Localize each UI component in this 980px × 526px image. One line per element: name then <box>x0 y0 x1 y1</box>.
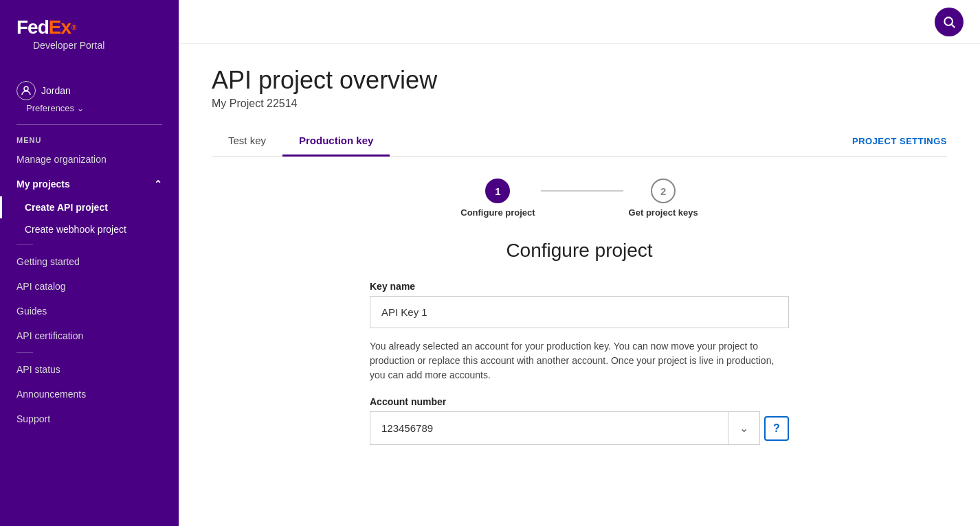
step-2: 2 Get project keys <box>629 179 698 218</box>
menu-label: MENU <box>0 130 179 147</box>
sidebar-item-manage-organization[interactable]: Manage organization <box>0 147 179 172</box>
account-row: ⌄ ? <box>370 411 789 445</box>
sidebar-item-create-webhook-project[interactable]: Create webhook project <box>0 218 179 240</box>
account-select-wrapper: ⌄ <box>370 411 760 445</box>
sidebar-item-api-catalog[interactable]: API catalog <box>0 274 179 299</box>
sidebar-item-create-api-project[interactable]: Create API project <box>0 196 179 218</box>
account-number-input[interactable] <box>370 413 728 444</box>
fedex-fed: Fed <box>16 16 49 38</box>
main-content-area: API project overview My Project 22514 Te… <box>179 0 980 526</box>
sidebar-item-announcements[interactable]: Announcements <box>0 382 179 407</box>
step-2-circle: 2 <box>651 179 676 203</box>
step-1: 1 Configure project <box>460 179 535 218</box>
sidebar-mini-divider-1 <box>16 244 33 245</box>
sidebar-top-divider <box>16 124 162 125</box>
user-name: Jordan <box>41 85 71 96</box>
step-2-label: Get project keys <box>629 207 698 218</box>
sidebar-item-my-projects[interactable]: My projects ⌃ <box>0 172 179 196</box>
tab-production-key[interactable]: Production key <box>282 126 390 157</box>
sidebar: FedEx® Developer Portal Jordan Preferenc… <box>0 0 179 526</box>
account-chevron-icon[interactable]: ⌄ <box>728 412 759 444</box>
sidebar-item-api-status[interactable]: API status <box>0 357 179 382</box>
key-name-group: Key name <box>370 281 789 328</box>
user-avatar-icon <box>16 81 36 100</box>
svg-point-0 <box>24 87 28 91</box>
my-projects-label: My projects <box>16 179 70 190</box>
project-settings-link[interactable]: PROJECT SETTINGS <box>852 128 947 155</box>
step-connector <box>541 190 623 192</box>
project-name: My Project 22514 <box>212 98 947 110</box>
fedex-dot: ® <box>71 24 76 32</box>
page-title: API project overview <box>212 66 947 95</box>
search-button[interactable] <box>935 8 964 36</box>
user-section: Jordan <box>0 76 179 100</box>
stepper: 1 Configure project 2 Get project keys <box>212 179 947 218</box>
preferences-label: Preferences <box>26 103 74 113</box>
logo: FedEx® Developer Portal <box>0 0 179 76</box>
tabs-row: Test key Production key PROJECT SETTINGS <box>212 126 947 157</box>
portal-subtitle: Developer Portal <box>16 38 162 65</box>
sidebar-item-api-certification[interactable]: API certification <box>0 323 179 348</box>
sidebar-item-guides[interactable]: Guides <box>0 299 179 323</box>
key-name-label: Key name <box>370 281 789 292</box>
info-text: You already selected an account for your… <box>370 339 789 382</box>
preferences-row[interactable]: Preferences ⌄ <box>0 100 179 119</box>
my-projects-chevron-icon: ⌃ <box>154 179 162 190</box>
svg-line-2 <box>952 24 955 27</box>
sidebar-mini-divider-2 <box>16 352 33 353</box>
sidebar-item-getting-started[interactable]: Getting started <box>0 249 179 274</box>
account-help-button[interactable]: ? <box>764 416 789 441</box>
sidebar-item-support[interactable]: Support <box>0 407 179 431</box>
svg-point-1 <box>944 17 953 25</box>
key-name-input[interactable] <box>370 296 789 328</box>
tab-test-key[interactable]: Test key <box>212 126 282 157</box>
account-number-group: Account number ⌄ ? <box>370 396 789 445</box>
search-icon <box>942 15 956 29</box>
main-scroll-area: API project overview My Project 22514 Te… <box>179 44 980 526</box>
step-1-circle: 1 <box>485 179 510 203</box>
account-number-label: Account number <box>370 396 789 407</box>
step-1-label: Configure project <box>460 207 535 218</box>
fedex-ex: Ex <box>49 16 71 38</box>
preferences-chevron-icon: ⌄ <box>77 104 84 113</box>
configure-section-title: Configure project <box>212 240 947 262</box>
top-header <box>179 0 980 44</box>
